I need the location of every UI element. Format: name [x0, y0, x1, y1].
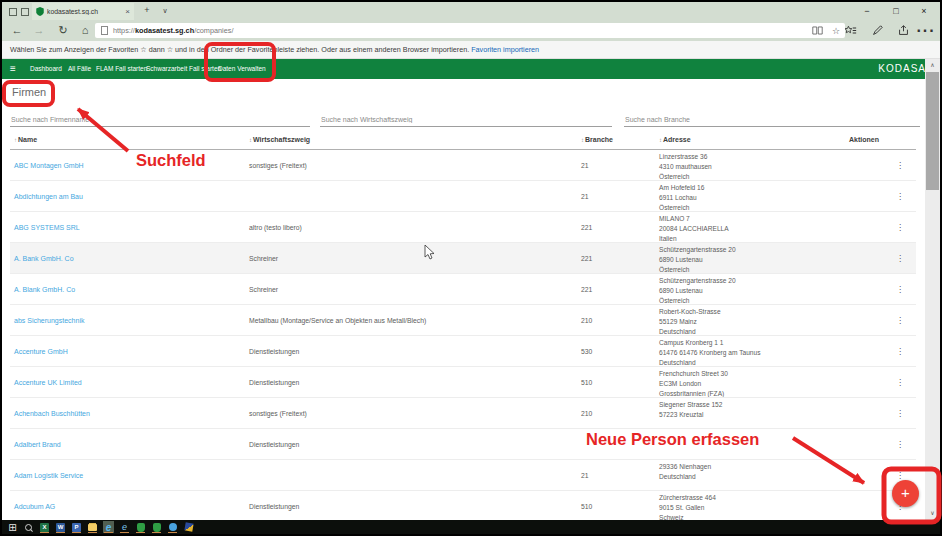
column-header-branche[interactable]: ↕Branche	[577, 136, 655, 149]
shield-app-icon-2[interactable]	[151, 521, 162, 533]
adresse-line: Deutschland	[659, 472, 845, 482]
adresse-line: 6890 Lustenau	[659, 286, 845, 296]
row-actions-menu-icon[interactable]: ⋮	[896, 378, 904, 387]
internet-explorer-icon[interactable]: e	[119, 521, 130, 533]
company-link[interactable]: A. Bank GmbH. Co	[14, 255, 74, 262]
add-person-fab-button[interactable]: +	[892, 480, 919, 507]
company-link[interactable]: Adam Logistik Service	[14, 472, 83, 479]
adresse-line: Österreich	[659, 296, 845, 304]
set-aside-tabs-icon[interactable]	[9, 8, 17, 16]
row-actions-menu-icon[interactable]: ⋮	[896, 192, 904, 201]
home-button[interactable]: ⌂	[76, 20, 94, 41]
branche-cell: 210	[577, 305, 655, 335]
scroll-down-icon[interactable]: ∨	[925, 507, 940, 520]
row-actions-menu-icon[interactable]: ⋮	[896, 161, 904, 170]
company-name-cell: abs Sicherungstechnik	[10, 305, 245, 335]
adresse-line: 6890 Lustenau	[659, 255, 845, 265]
company-link[interactable]: ABG SYSTEMS SRL	[14, 224, 80, 231]
branche-cell: 221	[577, 212, 655, 242]
aktionen-cell: ⋮	[845, 212, 916, 242]
company-link[interactable]: Abdichtungen am Bau	[14, 193, 83, 200]
column-header-name[interactable]: ↑Name	[10, 136, 245, 149]
company-name-cell: Achenbach Buschhütten	[10, 398, 245, 428]
row-actions-menu-icon[interactable]: ⋮	[896, 471, 904, 480]
column-header-adresse[interactable]: ↕Adresse	[655, 136, 845, 149]
tab-close-icon[interactable]: ×	[125, 8, 130, 16]
close-button[interactable]: ×	[913, 2, 935, 20]
excel-icon[interactable]: X	[39, 521, 50, 533]
scroll-up-icon[interactable]: ∧	[925, 59, 940, 72]
page-scrollbar[interactable]: ∧ ∨	[925, 59, 940, 520]
company-link[interactable]: ABC Montagen GmbH	[14, 162, 84, 169]
browser-tab[interactable]: kodasatest.sg.ch ×	[32, 3, 134, 20]
share-icon[interactable]	[894, 20, 912, 41]
table-row: Abdichtungen am Bau21Am Hofefeld 166911 …	[10, 181, 916, 212]
minimize-button[interactable]: −	[856, 2, 878, 20]
more-options-icon[interactable]: ···	[916, 20, 936, 41]
annotate-pen-icon[interactable]	[868, 20, 886, 41]
adresse-cell: Schützengartenstrasse 206890 LustenauÖst…	[655, 243, 845, 273]
search-icon[interactable]	[23, 521, 34, 533]
company-link[interactable]: Adcubum AG	[14, 503, 55, 510]
row-actions-menu-icon[interactable]: ⋮	[896, 285, 904, 294]
table-row: Adcubum AGDienstleistungen510Zürcherstra…	[10, 491, 916, 520]
favorites-bar: Wählen Sie zum Anzeigen der Favoriten ☆ …	[2, 41, 940, 59]
company-link[interactable]: A. Blank GmbH. Co	[14, 286, 75, 293]
search-input-wirtschaftszweig[interactable]	[320, 116, 612, 127]
adresse-cell: MILANO 720084 LACCHIARELLAItalien	[655, 212, 845, 242]
nav-item-schwarzarbeit-fall-starten[interactable]: Schwarzarbeit Fall starten	[146, 59, 221, 79]
search-field-company	[10, 108, 310, 128]
search-input-branche[interactable]	[624, 116, 920, 127]
page-content: Firmen ↑Name↕Wirtschaftszweig↕Branche↕Ad…	[2, 79, 940, 520]
row-actions-menu-icon[interactable]: ⋮	[896, 409, 904, 418]
nav-item-all-f-lle[interactable]: All Fälle	[68, 59, 91, 79]
back-button[interactable]: ←	[8, 20, 26, 41]
sort-icon: ↕	[581, 137, 584, 143]
column-header-wirtschaftszweig[interactable]: ↕Wirtschaftszweig	[245, 136, 577, 149]
start-button[interactable]: ⊞	[7, 521, 18, 533]
adresse-line: Österreich	[659, 265, 845, 273]
nav-item-flam-fall-starten[interactable]: FLAM Fall starten	[96, 59, 147, 79]
nav-item-daten-verwalten[interactable]: Daten Verwalten	[218, 59, 266, 79]
adresse-cell: Schützengartenstrasse 206890 LustenauÖst…	[655, 274, 845, 304]
misc-app-icon[interactable]	[183, 521, 194, 533]
powerpoint-icon[interactable]: P	[71, 521, 82, 533]
company-link[interactable]: Adalbert Brand	[14, 441, 61, 448]
tab-preview-icon[interactable]	[21, 8, 29, 16]
new-tab-button[interactable]: +	[140, 2, 154, 19]
row-actions-menu-icon[interactable]: ⋮	[896, 254, 904, 263]
row-actions-menu-icon[interactable]: ⋮	[896, 440, 904, 449]
favorites-hub-icon[interactable]	[842, 20, 860, 41]
nav-item-dashboard[interactable]: Dashboard	[30, 59, 62, 79]
column-header-aktionen[interactable]: Aktionen	[845, 136, 916, 149]
import-favorites-link[interactable]: Favoriten importieren	[471, 45, 539, 54]
shield-app-icon[interactable]	[135, 521, 146, 533]
globe-app-icon[interactable]	[167, 521, 178, 533]
company-link[interactable]: Achenbach Buschhütten	[14, 410, 90, 417]
edge-icon[interactable]: e	[103, 521, 114, 533]
word-icon[interactable]: W	[55, 521, 66, 533]
page-icon	[101, 26, 108, 35]
row-actions-menu-icon[interactable]: ⋮	[896, 223, 904, 232]
address-bar[interactable]: https://kodasatest.sg.ch/companies/ ☆	[95, 23, 845, 38]
branche-cell: 21	[577, 181, 655, 211]
company-link[interactable]: Accenture GmbH	[14, 348, 68, 355]
maximize-button[interactable]: □	[885, 2, 907, 20]
company-name-cell: Accenture UK Limited	[10, 367, 245, 397]
row-actions-menu-icon[interactable]: ⋮	[896, 316, 904, 325]
adresse-line: Zürcherstrasse 464	[659, 493, 845, 503]
reading-view-icon[interactable]	[812, 26, 823, 35]
file-explorer-icon[interactable]	[87, 521, 98, 533]
adresse-line: Frenchchurch Street 30	[659, 369, 845, 379]
company-link[interactable]: abs Sicherungstechnik	[14, 317, 84, 324]
adresse-line: Schweiz	[659, 513, 845, 520]
refresh-button[interactable]: ↻	[54, 20, 72, 41]
scrollbar-thumb[interactable]	[926, 72, 939, 190]
company-link[interactable]: Accenture UK Limited	[14, 379, 82, 386]
menu-hamburger-icon[interactable]: ≡	[10, 59, 16, 79]
favorite-star-icon[interactable]: ☆	[832, 26, 840, 36]
search-input-company[interactable]	[10, 116, 310, 127]
forward-button[interactable]: →	[30, 20, 48, 41]
tab-chevron-icon[interactable]: ∨	[158, 2, 172, 19]
row-actions-menu-icon[interactable]: ⋮	[896, 347, 904, 356]
